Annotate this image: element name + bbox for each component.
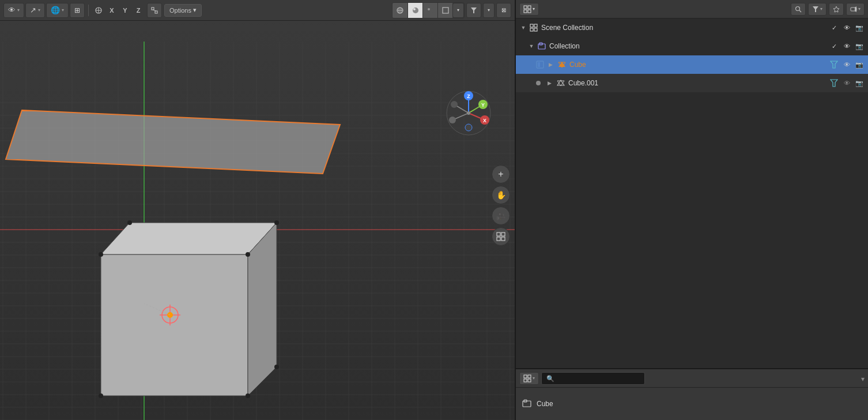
cube-label: Cube: [569, 61, 827, 69]
cube-camera-btn[interactable]: 📷: [854, 59, 865, 70]
scene-collection-row[interactable]: ▼ Scene Collection ✓ 👁 📷: [516, 18, 868, 37]
viewport-gizmo-btn[interactable]: ↗ ▾: [25, 3, 45, 18]
camera-btn[interactable]: 🎥: [492, 207, 510, 225]
viewport-left-tools: 👁 ▾ ↗ ▾ 🌐 ▾ ⊞: [3, 3, 85, 18]
outliner-toolbar: ▾ ▾: [516, 0, 868, 18]
options-btn[interactable]: Options ▾: [164, 4, 202, 17]
viewport-snap-btn[interactable]: 🌐 ▾: [46, 3, 69, 18]
svg-point-10: [413, 8, 416, 10]
transform-btn[interactable]: [147, 3, 162, 18]
toolbar-separator-1: [88, 5, 89, 16]
y-axis-btn[interactable]: Y: [119, 4, 131, 17]
right-panel: ▾ ▾: [515, 0, 868, 420]
properties-content: Cube: [516, 388, 868, 420]
scene-collection-actions: ✓ 👁 📷: [829, 22, 865, 33]
scene-collection-check-btn[interactable]: ✓: [829, 22, 839, 33]
properties-panel: ▾ ▾ Cube: [516, 368, 868, 420]
x-axis-btn[interactable]: X: [105, 4, 118, 17]
cube-actions: 👁 📷: [841, 59, 865, 70]
filter-btn[interactable]: [466, 3, 481, 18]
svg-rect-45: [534, 24, 537, 27]
editor-type-btn[interactable]: ▾: [519, 3, 539, 16]
viewport[interactable]: 👁 ▾ ↗ ▾ 🌐 ▾ ⊞ X: [0, 0, 515, 420]
scene-collection-icon: [529, 22, 539, 33]
viewport-overlay-btn[interactable]: 👁 ▾: [3, 3, 24, 18]
properties-editor-type-btn[interactable]: ▾: [519, 372, 539, 385]
svg-marker-54: [831, 61, 837, 68]
scene-collection-eye-btn[interactable]: 👁: [841, 22, 852, 33]
collection-icon: [537, 41, 547, 51]
zoom-add-btn[interactable]: +: [492, 165, 510, 183]
filter-dropdown-btn[interactable]: ▾: [483, 3, 495, 18]
collection-check-btn[interactable]: ✓: [829, 41, 839, 51]
shading-rendered-btn[interactable]: [437, 3, 452, 18]
more-options-btn[interactable]: ⊠: [496, 3, 511, 18]
properties-expand-btn[interactable]: ▾: [861, 373, 865, 384]
collection-row[interactable]: ▼ Collection ✓ 👁 📷: [516, 37, 868, 55]
shading-solid-btn[interactable]: [407, 3, 422, 18]
svg-rect-38: [528, 10, 531, 13]
collection-camera-btn[interactable]: 📷: [854, 41, 865, 51]
svg-text:Y: Y: [481, 102, 485, 108]
scene-area[interactable]: Z Y X +: [0, 21, 515, 420]
shading-modes: ▾: [392, 2, 465, 18]
svg-marker-57: [831, 80, 837, 87]
svg-rect-4: [155, 11, 157, 13]
viewport-proportional-btn[interactable]: ⊞: [70, 3, 85, 18]
svg-text:X: X: [483, 118, 486, 123]
collection-label: Collection: [549, 42, 829, 50]
svg-point-9: [413, 7, 418, 13]
svg-rect-35: [524, 6, 527, 9]
shading-wireframe-btn[interactable]: [393, 3, 407, 18]
svg-rect-61: [528, 379, 531, 382]
outliner-restrict-btn[interactable]: [829, 3, 844, 16]
cube-eye-btn[interactable]: 👁: [841, 59, 852, 70]
scene-collection-expand[interactable]: ▼: [519, 24, 527, 32]
pan-btn[interactable]: ✋: [492, 186, 510, 204]
scene-collection-label: Scene Collection: [541, 24, 829, 32]
svg-rect-60: [524, 379, 527, 382]
svg-rect-59: [528, 375, 531, 378]
cube001-label: Cube.001: [568, 79, 827, 87]
svg-point-39: [796, 6, 800, 10]
xyz-group: X Y Z: [92, 4, 145, 17]
shading-options-btn[interactable]: ▾: [452, 3, 464, 18]
shading-material-btn[interactable]: [422, 3, 437, 18]
outliner-filter-btn[interactable]: ▾: [808, 3, 827, 16]
properties-object-icon: [522, 399, 532, 409]
svg-rect-58: [524, 375, 527, 378]
scene-collection-camera-btn[interactable]: 📷: [854, 22, 865, 33]
axis-widget[interactable]: Z Y X: [446, 90, 492, 136]
outliner-content[interactable]: ▼ Scene Collection ✓ 👁 📷 ▼: [516, 18, 868, 368]
cube001-row[interactable]: ▶ Cube.001 👁 📷: [516, 74, 868, 92]
cube001-camera-btn[interactable]: 📷: [854, 78, 865, 88]
svg-point-28: [451, 101, 458, 108]
cube-expand[interactable]: ▶: [546, 61, 554, 69]
cube001-mesh-icon: [556, 78, 566, 88]
svg-rect-37: [524, 10, 527, 13]
svg-rect-3: [152, 7, 154, 10]
outliner-camera-filter-btn[interactable]: ▾: [846, 3, 865, 16]
cube-row[interactable]: ▶ Cube 👁 📷: [516, 55, 868, 74]
properties-search-input[interactable]: [541, 372, 645, 385]
cube001-eye-btn[interactable]: 👁: [841, 78, 852, 88]
svg-marker-41: [813, 6, 818, 12]
cube001-expand[interactable]: ▶: [545, 79, 553, 87]
properties-label: Cube: [537, 400, 553, 408]
svg-point-12: [428, 8, 430, 10]
pivot-icon[interactable]: [92, 4, 105, 17]
viewport-canvas: [0, 21, 515, 420]
svg-rect-31: [497, 232, 500, 236]
svg-rect-46: [530, 28, 533, 31]
collection-eye-btn[interactable]: 👁: [841, 41, 852, 51]
cube-object-icon: [536, 61, 544, 69]
collection-expand[interactable]: ▼: [527, 42, 535, 50]
z-axis-btn[interactable]: Z: [132, 4, 145, 17]
viewport-toolbar: 👁 ▾ ↗ ▾ 🌐 ▾ ⊞ X: [0, 0, 515, 21]
cube-modifier-icon: [829, 59, 839, 70]
grid-btn[interactable]: [492, 227, 510, 246]
svg-rect-47: [534, 28, 537, 31]
svg-point-26: [449, 117, 456, 123]
svg-line-40: [799, 10, 801, 12]
outliner-search-btn[interactable]: [791, 3, 806, 16]
